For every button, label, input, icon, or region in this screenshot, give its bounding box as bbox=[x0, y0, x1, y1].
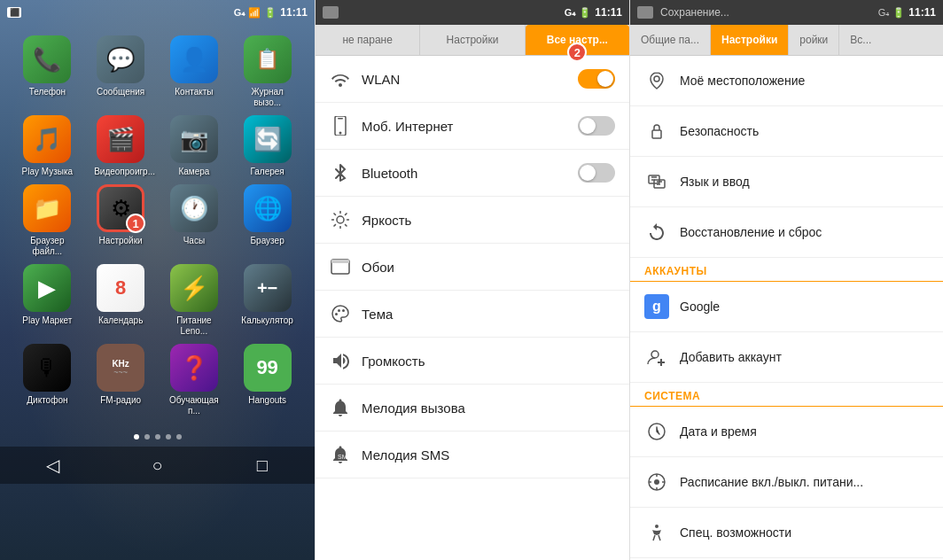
clock-app-icon: 🕐 bbox=[170, 184, 218, 232]
wlan-knob bbox=[597, 71, 613, 87]
app-calc[interactable]: +− Калькулятор bbox=[234, 264, 300, 337]
battery-icon: 🔋 bbox=[264, 7, 277, 19]
app-browser[interactable]: 🌐 Браузер bbox=[234, 184, 300, 257]
dictaphone-app-icon: 🎙 bbox=[23, 344, 71, 392]
app-hangouts[interactable]: 99 Hangouts bbox=[234, 344, 300, 416]
mobile-toggle[interactable] bbox=[578, 116, 615, 136]
gallery-app-icon: 🔄 bbox=[244, 115, 292, 163]
sms-app-icon: 💬 bbox=[97, 35, 144, 83]
bluetooth-toggle[interactable] bbox=[578, 163, 615, 183]
app-clock-label: Часы bbox=[183, 236, 205, 246]
tab-all-settings[interactable]: Все настр... 2 bbox=[526, 25, 629, 55]
app-calendar[interactable]: 8 Календарь bbox=[88, 264, 154, 337]
app-calendar-label: Календарь bbox=[98, 315, 143, 326]
app-calls-label: Журнал вызо... bbox=[241, 87, 294, 108]
settings-header: G₄ 🔋 11:11 bbox=[316, 0, 629, 25]
mobile-knob bbox=[580, 118, 596, 134]
detail-item-datetime[interactable]: Дата и время bbox=[630, 407, 943, 457]
dot-2 bbox=[144, 434, 150, 439]
app-market-label: Play Маркет bbox=[22, 315, 72, 326]
home-nav-bar: ◁ ○ □ bbox=[0, 447, 315, 484]
app-music[interactable]: 🎵 Play Музыка bbox=[14, 115, 81, 177]
dot-5 bbox=[176, 434, 182, 439]
app-clock[interactable]: 🕐 Часы bbox=[161, 184, 228, 257]
app-learning-label: Обучающая п... bbox=[168, 395, 221, 416]
calls-app-icon: 📋 bbox=[244, 35, 292, 83]
app-calls[interactable]: 📋 Журнал вызо... bbox=[234, 35, 300, 108]
app-contacts[interactable]: 👤 Контакты bbox=[161, 35, 228, 108]
app-video-label: Видеопроигр... bbox=[94, 167, 147, 177]
settings-item-mobile[interactable]: Моб. Интернет bbox=[316, 103, 629, 150]
settings-item-smstone[interactable]: SMS Мелодия SMS bbox=[316, 432, 629, 478]
add-account-icon bbox=[644, 345, 669, 369]
calendar-app-icon: 8 bbox=[97, 264, 144, 312]
app-radio[interactable]: KHz ~~~ FM-радио bbox=[88, 344, 154, 416]
settings-app-icon: ⚙ 1 bbox=[97, 184, 144, 232]
settings-item-wallpaper[interactable]: Обои bbox=[316, 244, 629, 291]
app-gallery[interactable]: 🔄 Галерея bbox=[234, 115, 300, 177]
google-label: Google bbox=[680, 299, 929, 314]
detail-list: Моё местоположение Безопасность bbox=[630, 56, 943, 560]
svg-point-27 bbox=[654, 479, 659, 485]
app-learning[interactable]: ❓ Обучающая п... bbox=[161, 344, 228, 416]
detail-tab-extra[interactable]: ройки bbox=[789, 25, 839, 55]
app-sms[interactable]: 💬 Сообщения bbox=[88, 35, 154, 108]
app-battery[interactable]: ⚡ Питание Leno... bbox=[161, 264, 228, 337]
wlan-toggle[interactable] bbox=[578, 69, 615, 89]
phone-app-icon: 📞 bbox=[23, 35, 71, 83]
location-label: Моё местоположение bbox=[680, 74, 929, 88]
svg-point-16 bbox=[342, 309, 345, 312]
detail-item-add-account[interactable]: Добавить аккаунт bbox=[630, 332, 943, 383]
detail-tab-more[interactable]: Вс... bbox=[839, 25, 882, 55]
settings-item-brightness[interactable]: Яркость bbox=[316, 197, 629, 244]
dot-3 bbox=[155, 434, 160, 439]
dot-4 bbox=[166, 434, 171, 439]
recents-button[interactable]: □ bbox=[246, 449, 278, 481]
svg-point-22 bbox=[651, 351, 659, 358]
detail-item-security[interactable]: Безопасность bbox=[630, 106, 943, 157]
settings-item-bluetooth[interactable]: Bluetooth bbox=[316, 150, 629, 197]
detail-tab-settings[interactable]: Настройки bbox=[711, 25, 789, 55]
detail-item-language[interactable]: Язык и ввод bbox=[630, 157, 943, 207]
app-video[interactable]: 🎬 Видеопроигр... bbox=[88, 115, 154, 177]
app-battery-label: Питание Leno... bbox=[168, 315, 221, 337]
learning-app-icon: ❓ bbox=[170, 344, 218, 392]
app-market[interactable]: ▶ Play Маркет bbox=[14, 264, 81, 337]
add-account-label: Добавить аккаунт bbox=[680, 350, 929, 364]
settings-item-volume[interactable]: Громкость bbox=[316, 338, 629, 385]
back-button[interactable]: ◁ bbox=[36, 449, 68, 481]
app-browser-label: Браузер bbox=[251, 236, 284, 246]
ringtone-label: Мелодия вызова bbox=[362, 401, 615, 416]
theme-label: Тема bbox=[362, 307, 615, 322]
home-button[interactable]: ○ bbox=[141, 449, 173, 481]
home-time: 11:11 bbox=[280, 6, 308, 19]
volume-icon bbox=[330, 350, 351, 371]
app-music-label: Play Музыка bbox=[22, 167, 74, 177]
detail-item-google[interactable]: g Google bbox=[630, 282, 943, 332]
tab-wireless[interactable]: не паране bbox=[316, 25, 420, 55]
detail-item-restore[interactable]: Восстановление и сброс bbox=[630, 207, 943, 258]
app-camera-label: Камера bbox=[178, 167, 209, 177]
datetime-icon bbox=[644, 419, 669, 444]
accessibility-icon bbox=[644, 520, 669, 545]
app-dictaphone[interactable]: 🎙 Диктофон bbox=[14, 344, 81, 416]
detail-item-accessibility[interactable]: Спец. возможности bbox=[630, 508, 943, 558]
files-app-icon: 📁 bbox=[23, 184, 71, 232]
app-phone[interactable]: 📞 Телефон bbox=[14, 35, 81, 108]
ringtone-icon bbox=[330, 397, 351, 418]
mobile-label: Моб. Интернет bbox=[362, 119, 567, 134]
tab-main[interactable]: Настройки bbox=[420, 25, 525, 55]
settings-item-ringtone[interactable]: Мелодия вызова bbox=[316, 385, 629, 432]
app-camera[interactable]: 📷 Камера bbox=[161, 115, 228, 177]
svg-line-10 bbox=[345, 214, 347, 215]
wlan-icon bbox=[330, 68, 351, 89]
settings-item-theme[interactable]: Тема bbox=[316, 291, 629, 338]
app-settings[interactable]: ⚙ 1 Настройки bbox=[88, 184, 154, 257]
settings-list: WLAN Моб. Интернет bbox=[316, 56, 629, 560]
detail-item-schedule[interactable]: Расписание вкл./выкл. питани... bbox=[630, 457, 943, 508]
app-files[interactable]: 📁 Браузер файл... bbox=[14, 184, 81, 257]
detail-item-location[interactable]: Моё местоположение bbox=[630, 56, 943, 106]
settings-item-wlan[interactable]: WLAN bbox=[316, 56, 629, 103]
detail-tab-general[interactable]: Общие па... bbox=[630, 25, 711, 55]
settings-header-status: G₄ 🔋 11:11 bbox=[565, 6, 622, 19]
